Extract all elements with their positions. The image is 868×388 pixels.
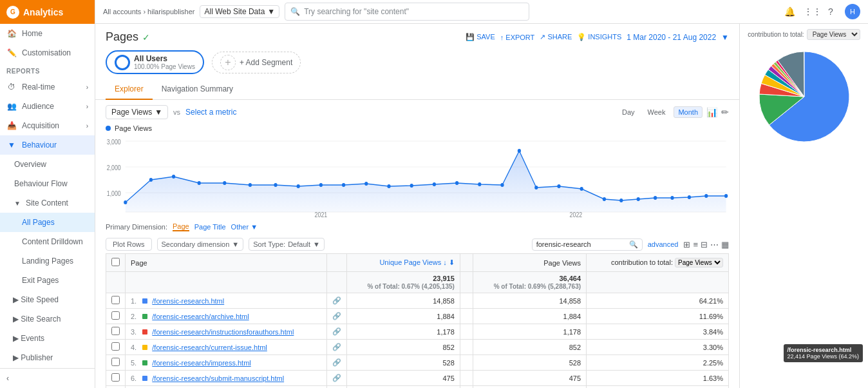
dim-page[interactable]: Page xyxy=(173,222,189,231)
row-url[interactable]: /forensic-research.html xyxy=(152,297,224,305)
svg-point-22 xyxy=(433,182,436,186)
row-url[interactable]: /forensic-research/current-issue.html xyxy=(152,344,267,351)
sidebar-item-site-search[interactable]: ▶ Site Search xyxy=(0,309,95,329)
sidebar-item-audience[interactable]: 👥 Audience › xyxy=(0,97,95,116)
grid-icon[interactable]: ⋮⋮ xyxy=(804,6,816,17)
row-icon: 🔗 xyxy=(326,340,346,355)
row-checkbox[interactable] xyxy=(111,296,120,304)
tab-navigation-summary[interactable]: Navigation Summary xyxy=(153,79,242,100)
row-url[interactable]: /forensic-research/submit-manuscript.htm… xyxy=(152,374,284,382)
add-segment-button[interactable]: + + Add Segment xyxy=(212,52,301,73)
svg-point-26 xyxy=(518,149,521,153)
row-unique: 359 xyxy=(346,386,460,389)
date-range-dropdown-icon[interactable]: ▼ xyxy=(721,33,729,42)
sidebar-item-realtime[interactable]: ⏱ Real-time › xyxy=(0,77,95,97)
total-unique: 23,915 % of Total: 0.67% (4,205,135) xyxy=(346,272,460,293)
help-icon[interactable]: ? xyxy=(824,6,837,17)
breadcrumb-all-accounts[interactable]: All accounts xyxy=(103,8,141,15)
sidebar-item-site-content[interactable]: ▼ Site Content xyxy=(0,193,95,213)
month-control[interactable]: Month xyxy=(674,106,703,118)
secondary-dimension-select[interactable]: Secondary dimension ▼ xyxy=(157,238,244,251)
pivot-icon[interactable]: ⊟ xyxy=(701,240,708,249)
scatter-icon[interactable]: ⋯ xyxy=(710,240,719,249)
search-bar[interactable]: 🔍 Try searching for "site content" xyxy=(285,3,529,21)
sort-type-select[interactable]: Sort Type: Default ▼ xyxy=(249,238,325,251)
sidebar-item-exit-pages[interactable]: Exit Pages xyxy=(0,271,95,290)
row-checkbox[interactable] xyxy=(111,311,120,320)
dim-page-title[interactable]: Page Title xyxy=(194,223,226,231)
save-button[interactable]: 💾 SAVE xyxy=(466,33,495,41)
export-button[interactable]: ↑ EXPORT xyxy=(500,34,535,41)
contribution-metric-select[interactable]: Page Views xyxy=(807,29,860,40)
row-icon: 🔗 xyxy=(326,371,346,386)
notification-icon[interactable]: 🔔 xyxy=(783,6,796,17)
table-row: 4. /forensic-research/current-issue.html… xyxy=(106,340,729,355)
row-checkbox[interactable] xyxy=(111,358,120,366)
share-button[interactable]: ↗ SHARE xyxy=(540,33,572,41)
row-num: 3. xyxy=(131,328,137,336)
advanced-link[interactable]: advanced xyxy=(648,240,679,248)
row-checkbox[interactable] xyxy=(111,342,120,351)
search-filter[interactable]: 🔍 xyxy=(532,238,643,251)
bar-icon[interactable]: ▦ xyxy=(721,240,729,249)
sidebar-item-publisher[interactable]: ▶ Publisher xyxy=(0,348,95,367)
sidebar-item-acquisition[interactable]: 📥 Acquisition › xyxy=(0,116,95,135)
sidebar-label-site-content: Site Content xyxy=(26,199,68,208)
plot-rows-button[interactable]: Plot Rows xyxy=(106,238,152,251)
row-url[interactable]: /forensic-research/archive.html xyxy=(152,313,249,320)
search-filter-icon[interactable]: 🔍 xyxy=(629,240,638,249)
sidebar-item-home[interactable]: 🏠 Home xyxy=(0,24,95,43)
comparison-icon[interactable]: ≡ xyxy=(693,240,698,249)
row-page: 4. /forensic-research/current-issue.html xyxy=(126,340,327,355)
row-checkbox[interactable] xyxy=(111,373,120,382)
all-users-segment[interactable]: All Users 100.00% Page Views xyxy=(106,50,204,74)
sidebar-collapse[interactable]: ‹ xyxy=(0,368,95,388)
row-color xyxy=(142,345,147,350)
sidebar-item-behaviour[interactable]: ▼ Behaviour xyxy=(0,135,95,155)
svg-point-23 xyxy=(455,181,458,185)
sidebar-item-behaviour-flow[interactable]: Behaviour Flow xyxy=(0,174,95,193)
property-selector[interactable]: All Web Site Data ▼ xyxy=(200,5,279,18)
pie-tooltip-value: 22,414 Page Views (64.2%) xyxy=(788,353,859,360)
primary-dimension-label: Primary Dimension: xyxy=(106,223,167,231)
search-icon: 🔍 xyxy=(290,7,300,16)
pie-chart xyxy=(753,45,856,148)
sidebar-item-landing-pages[interactable]: Landing Pages xyxy=(0,251,95,271)
row-checkbox[interactable] xyxy=(111,327,120,335)
day-control[interactable]: Day xyxy=(618,106,639,118)
contribution-select[interactable]: Page Views xyxy=(675,258,723,267)
sidebar-item-events[interactable]: ▶ Events xyxy=(0,329,95,348)
row-url[interactable]: /forensic-research/instructionsforauthor… xyxy=(152,328,294,336)
grid-view-icon[interactable]: ⊞ xyxy=(683,240,690,249)
tab-explorer[interactable]: Explorer xyxy=(106,79,153,100)
sort-type-icon: ▼ xyxy=(313,240,320,248)
primary-metric-dropdown[interactable]: Page Views ▼ xyxy=(106,105,168,119)
date-range[interactable]: 1 Mar 2020 - 21 Aug 2022 xyxy=(627,33,716,42)
row-unique: 528 xyxy=(346,355,460,371)
insights-button[interactable]: 💡 INSIGHTS xyxy=(577,33,621,41)
dim-other[interactable]: Other ▼ xyxy=(231,223,258,231)
row-url[interactable]: /forensic-research/impress.html xyxy=(152,359,250,367)
user-avatar[interactable]: H xyxy=(845,4,860,19)
search-filter-input[interactable] xyxy=(536,240,627,248)
annotate-icon[interactable]: ✏ xyxy=(721,107,729,117)
svg-text:3,000: 3,000 xyxy=(107,138,121,146)
select-all-checkbox[interactable] xyxy=(111,258,120,266)
breadcrumb-account[interactable]: hilarispublisher xyxy=(147,8,194,15)
col-unique-pv[interactable]: Unique Page Views ↓ ⬇ xyxy=(346,254,460,272)
sidebar-item-site-speed[interactable]: ▶ Site Speed xyxy=(0,290,95,309)
svg-point-37 xyxy=(724,194,728,198)
table-view-icon[interactable]: 📊 xyxy=(706,107,717,117)
week-control[interactable]: Week xyxy=(643,106,670,118)
sidebar-item-customisation[interactable]: ✏️ Customisation xyxy=(0,43,95,63)
view-icons: ⊞ ≡ ⊟ ⋯ ▦ xyxy=(683,240,729,249)
sidebar-item-all-pages[interactable]: All Pages xyxy=(0,213,95,232)
sort-type-value: Default xyxy=(288,240,310,248)
table-row: 7. /forensic-research/indexing.html 🔗 35… xyxy=(106,386,729,389)
secondary-metric-link[interactable]: Select a metric xyxy=(185,108,236,117)
right-panel: contribution to total: Page Views /foren… xyxy=(739,24,868,388)
svg-text:1,000: 1,000 xyxy=(107,189,121,197)
sidebar-item-overview[interactable]: Overview xyxy=(0,155,95,174)
sidebar-item-content-drilldown[interactable]: Content Drilldown xyxy=(0,232,95,251)
row-pv: 1,178 xyxy=(473,324,586,340)
